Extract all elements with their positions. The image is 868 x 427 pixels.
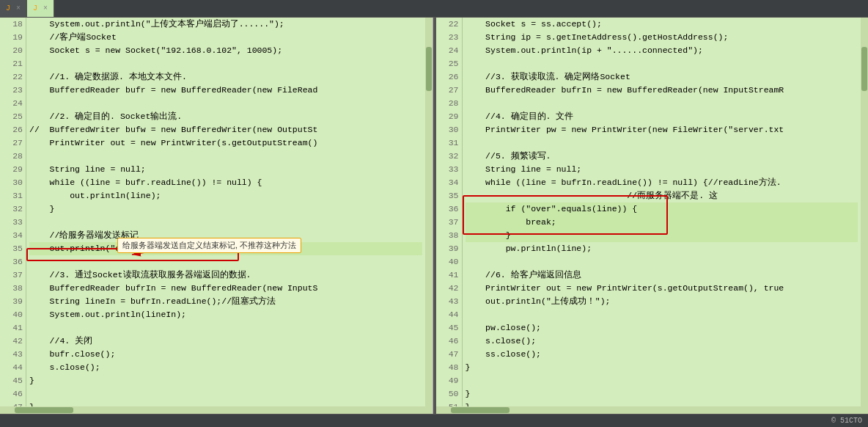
code-line: PrintWriter out = new PrintWriter(s.getO… bbox=[466, 282, 858, 295]
code-line: Socket s = new Socket("192.168.0.102", 1… bbox=[29, 44, 422, 57]
code-line bbox=[29, 216, 422, 229]
server-scrollbar-thumb[interactable] bbox=[861, 47, 867, 91]
server-editor-scroll[interactable]: 2223242526272829303132333435363738394041… bbox=[436, 18, 869, 406]
code-line bbox=[29, 321, 422, 335]
code-line: pw.close(); bbox=[466, 321, 858, 335]
code-line: //4. 确定目的. 文件 bbox=[466, 110, 858, 123]
code-line: pw.println(line); bbox=[466, 242, 858, 255]
code-line: } bbox=[466, 401, 858, 406]
code-line: Socket s = ss.accept(); bbox=[466, 18, 858, 31]
code-line: BufferedReader bufrIn = new BufferedRead… bbox=[29, 282, 422, 295]
code-line: PrintWriter out = new PrintWriter(s.getO… bbox=[29, 136, 422, 150]
client-scrollbar-v[interactable] bbox=[425, 18, 433, 406]
code-line: String line = null; bbox=[466, 163, 858, 176]
code-line bbox=[466, 255, 858, 269]
tab-client-icon: J bbox=[6, 4, 10, 12]
client-hscroll-thumb[interactable] bbox=[15, 407, 73, 413]
server-code-area[interactable]: Socket s = ss.accept(); String ip = s.ge… bbox=[463, 18, 861, 406]
code-line: System.out.println(lineIn); bbox=[29, 308, 422, 321]
tab-bar: J × J × bbox=[0, 0, 868, 18]
server-hscroll-thumb[interactable] bbox=[451, 407, 510, 413]
code-line: //5. 频繁读写. bbox=[466, 150, 858, 163]
tab-client[interactable]: J × bbox=[0, 0, 27, 17]
code-line: BufferedReader bufr = new BufferedReader… bbox=[29, 84, 422, 97]
code-line: BufferedReader bufrIn = new BufferedRead… bbox=[466, 84, 858, 97]
client-scrollbar-h[interactable] bbox=[0, 406, 433, 414]
tab-server[interactable]: J × bbox=[27, 0, 54, 17]
code-line: } bbox=[29, 374, 422, 387]
code-line: //4. 关闭 bbox=[29, 335, 422, 348]
client-editor-pane: 1819202122232425262728293031323334353637… bbox=[0, 18, 433, 414]
code-line: String lineIn = bufrIn.readLine();//阻塞式方… bbox=[29, 295, 422, 308]
code-line: //1. 确定数据源. 本地文本文件. bbox=[29, 70, 422, 84]
code-line: } bbox=[466, 229, 858, 242]
code-line bbox=[29, 255, 422, 269]
code-line: //6. 给客户端返回信息 bbox=[466, 269, 858, 282]
code-line: String line = null; bbox=[29, 163, 422, 176]
code-line: while ((line = bufr.readLine()) != null)… bbox=[29, 176, 422, 189]
code-line: // BufferedWriter bufw = new BufferedWri… bbox=[29, 123, 422, 136]
code-line: String ip = s.getInetAddress().getHostAd… bbox=[466, 31, 858, 44]
code-line: out.println("上传成功！"); bbox=[466, 295, 858, 308]
client-line-numbers: 1819202122232425262728293031323334353637… bbox=[0, 18, 26, 406]
code-line: out.println(line); bbox=[29, 189, 422, 202]
bottom-bar-right: © 51CTO bbox=[831, 417, 862, 425]
code-line bbox=[466, 136, 858, 150]
code-line: } bbox=[29, 401, 422, 406]
code-line bbox=[29, 97, 422, 110]
code-line bbox=[29, 57, 422, 70]
code-line: PrintWriter pw = new PrintWriter(new Fil… bbox=[466, 123, 858, 136]
tab-server-close[interactable]: × bbox=[43, 4, 48, 12]
code-line: ss.close(); bbox=[466, 348, 858, 361]
code-line: bufr.close(); bbox=[29, 348, 422, 361]
code-line: } bbox=[466, 387, 858, 401]
code-line: System.out.println("上传文本客户端启动了......"); bbox=[29, 18, 422, 31]
code-line bbox=[466, 308, 858, 321]
code-line: System.out.println(ip + "......connected… bbox=[466, 44, 858, 57]
server-line-numbers: 2223242526272829303132333435363738394041… bbox=[436, 18, 463, 406]
code-line: s.close(); bbox=[29, 361, 422, 374]
code-line: } bbox=[466, 361, 858, 374]
client-scrollbar-thumb[interactable] bbox=[426, 47, 432, 91]
server-scrollbar-h[interactable] bbox=[436, 406, 869, 414]
code-line bbox=[466, 374, 858, 387]
code-line bbox=[29, 150, 422, 163]
server-scrollbar-v[interactable] bbox=[861, 18, 868, 406]
code-line: //2. 确定目的. Socket输出流. bbox=[29, 110, 422, 123]
code-line: if ("over".equals(line)) { bbox=[466, 202, 858, 216]
code-line: } bbox=[29, 202, 422, 216]
code-line: //3. 通过Socket读取流获取服务器端返回的数据. bbox=[29, 269, 422, 282]
tab-client-close[interactable]: × bbox=[16, 4, 21, 12]
code-line: //给服务器端发送标记 bbox=[29, 229, 422, 242]
code-line: out.println("over");//容易重复. bbox=[29, 242, 422, 255]
code-line: while ((line = bufrIn.readLine()) != nul… bbox=[466, 176, 858, 189]
editors-container: 1819202122232425262728293031323334353637… bbox=[0, 18, 868, 414]
code-line bbox=[466, 97, 858, 110]
code-line bbox=[466, 57, 858, 70]
code-line: break; bbox=[466, 216, 858, 229]
code-line: //3. 获取读取流. 确定网络Socket bbox=[466, 70, 858, 84]
code-line bbox=[29, 387, 422, 401]
code-line: //客户端Socket bbox=[29, 31, 422, 44]
code-line: s.close(); bbox=[466, 335, 858, 348]
tab-server-icon: J bbox=[33, 4, 37, 12]
bottom-bar: © 51CTO bbox=[0, 414, 868, 427]
code-line: //而服务器端不是. 这 bbox=[466, 189, 858, 202]
client-editor-scroll[interactable]: 1819202122232425262728293031323334353637… bbox=[0, 18, 433, 406]
server-editor-pane: 2223242526272829303132333435363738394041… bbox=[436, 18, 869, 414]
client-code-area[interactable]: System.out.println("上传文本客户端启动了......"); … bbox=[26, 18, 425, 406]
